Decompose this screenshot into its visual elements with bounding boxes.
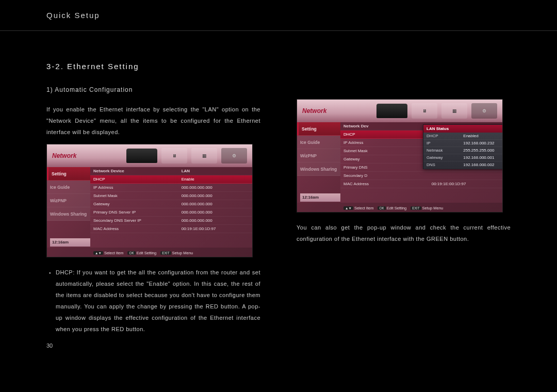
osd-row-dns1[interactable]: Primary DNS Server IP000.000.000.000 [90, 208, 252, 217]
page-header: Quick Setup [0, 0, 557, 31]
popup-title: LAN Status [423, 125, 503, 133]
hint-edit: OKEdit Setting [378, 206, 406, 210]
sidebar-item-windows-sharing[interactable]: Windows Sharing [47, 207, 90, 221]
osd-row-subnet[interactable]: Subnet Mask000.000.000.000 [90, 192, 252, 200]
hint-setup: EXITSetup Menu [411, 206, 443, 210]
network-icon: ▦ [191, 148, 217, 164]
hint-setup: EXITSetup Menu [160, 251, 193, 255]
sidebar-item-windows-sharing[interactable]: Windows Sharing [297, 162, 340, 176]
hint-select: ▲▼Select Item [343, 206, 373, 210]
sidebar-item-setting[interactable]: Setting [297, 122, 340, 136]
osd-row-dhcp[interactable]: DHCPEnable [90, 175, 252, 184]
popup-row-dns: DNS192.168.000.002 [423, 161, 503, 169]
screenshot-lan-status: Network 🖥 ▦ ⚙ Setting Ice Guide WizPNP W… [297, 99, 503, 213]
computer-icon: 🖥 [412, 103, 437, 119]
computer-icon: 🖥 [161, 148, 187, 164]
section-heading: 3-2. Ethernet Setting [46, 62, 260, 71]
content-area: 3-2. Ethernet Setting 1) Automatic Confi… [0, 31, 557, 359]
gear-icon: ⚙ [471, 103, 497, 119]
popup-row-gateway: Gateway192.168.000.001 [423, 154, 503, 161]
subheading: 1) Automatic Configuration [46, 86, 260, 93]
osd-header: Network 🖥 ▦ ⚙ [47, 144, 252, 167]
left-column: 3-2. Ethernet Setting 1) Automatic Confi… [46, 62, 260, 349]
popup-row-ip: IP192.168.000.232 [423, 140, 503, 147]
osd2-row-dns2[interactable]: Secondary D [340, 172, 502, 180]
osd-row-mac: MAC Address00:19:1E:00:1D:97 [90, 225, 252, 233]
osd2-footer: ▲▼Select Item OKEdit Setting EXITSetup M… [297, 203, 502, 213]
page-number: 30 [46, 342, 260, 349]
osd-row-ip[interactable]: IP Address000.000.000.000 [90, 184, 252, 192]
osd2-row-mac: MAC Address00:19:1E:00:1D:97 [340, 180, 502, 188]
osd2-title: Network [302, 107, 372, 115]
lan-status-popup: LAN Status DHCPEnabled IP192.168.000.232… [423, 124, 503, 169]
osd-clock: 12:16am [50, 238, 90, 247]
sidebar-item-iceguide[interactable]: Ice Guide [47, 181, 90, 194]
head-value: LAN [182, 169, 249, 173]
header-title: Quick Setup [46, 11, 100, 20]
hint-edit: OKEdit Setting [127, 251, 156, 255]
device-image-icon [376, 104, 407, 118]
sidebar-item-iceguide[interactable]: Ice Guide [297, 136, 340, 149]
osd-footer: ▲▼Select Item OKEdit Setting EXITSetup M… [47, 248, 252, 257]
osd-head-row: Network Device LAN [90, 167, 252, 175]
osd2-main: Network Dev DHCP IP Address Subnet Mask … [340, 122, 502, 203]
dhcp-bullet: DHCP: If you want to get the all the con… [46, 267, 260, 335]
osd-row-gateway[interactable]: Gateway000.000.000.000 [90, 200, 252, 208]
osd2-header: Network 🖥 ▦ ⚙ [297, 100, 502, 122]
network-icon: ▦ [441, 103, 467, 119]
popup-row-dhcp: DHCPEnabled [423, 133, 503, 140]
head-label: Network Device [93, 169, 182, 173]
section-number: 3-2. [46, 62, 64, 71]
osd2-sidebar: Setting Ice Guide WizPNP Windows Sharing [297, 122, 340, 203]
device-image-icon [126, 149, 157, 163]
screenshot-network-settings: Network 🖥 ▦ ⚙ Setting Ice Guide WizPNP W… [46, 144, 253, 257]
sidebar-item-wizpnp[interactable]: WizPNP [47, 194, 90, 207]
section-title: Ethernet Setting [67, 62, 139, 71]
hint-select: ▲▼Select Item [93, 251, 123, 255]
osd-row-dns2[interactable]: Secondary DNS Server IP000.000.000.000 [90, 217, 252, 225]
osd-title: Network [52, 152, 122, 159]
intro-paragraph: If you enable the Ethernet interface by … [46, 104, 260, 138]
sidebar-item-wizpnp[interactable]: WizPNP [297, 149, 340, 162]
osd-main: Network Device LAN DHCPEnable IP Address… [90, 167, 252, 248]
osd-sidebar: Setting Ice Guide WizPNP Windows Sharing [47, 167, 90, 248]
popup-row-netmask: Netmask255.255.255.000 [423, 147, 503, 154]
osd2-clock: 12:16am [300, 193, 340, 202]
right-column: Network 🖥 ▦ ⚙ Setting Ice Guide WizPNP W… [297, 62, 511, 349]
sidebar-item-setting[interactable]: Setting [47, 167, 90, 181]
gear-icon: ⚙ [221, 148, 247, 164]
popup-explain-paragraph: You can also get the pop-up window and c… [297, 222, 511, 244]
